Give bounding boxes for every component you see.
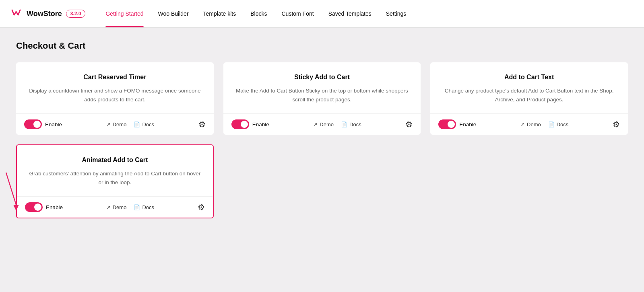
- nav-item-custom-font[interactable]: Custom Font: [275, 0, 321, 27]
- nav-item-getting-started[interactable]: Getting Started: [98, 0, 151, 27]
- card-add-to-cart-text: Add to Cart Text Change any product type…: [430, 62, 628, 135]
- nav-item-template-kits[interactable]: Template kits: [196, 0, 244, 27]
- docs-icon-3: 📄: [548, 121, 555, 127]
- demo-link-3[interactable]: ↗ Demo: [520, 121, 541, 127]
- card-title-2: Sticky Add to Cart: [294, 74, 350, 81]
- header: WowStore 3.2.0 Getting Started Woo Build…: [0, 0, 644, 28]
- enable-toggle-2[interactable]: [231, 119, 249, 129]
- card-desc-3: Change any product type's default Add to…: [440, 86, 618, 104]
- settings-gear-1[interactable]: ⚙: [198, 119, 206, 129]
- docs-link-3[interactable]: 📄 Docs: [548, 121, 569, 127]
- enable-toggle-3[interactable]: [438, 119, 456, 129]
- card-animated-add-to-cart: Animated Add to Cart Grab customers' att…: [16, 144, 214, 218]
- logo-area: WowStore 3.2.0: [10, 6, 85, 22]
- docs-icon-1: 📄: [134, 121, 140, 127]
- external-link-icon-2: ↗: [313, 121, 318, 127]
- card-footer-3: Enable ↗ Demo 📄 Docs ⚙: [430, 113, 628, 135]
- docs-link-4[interactable]: 📄 Docs: [134, 204, 154, 210]
- main-content: Checkout & Cart Cart Reserved Timer Disp…: [0, 28, 644, 231]
- arrow-annotation: [0, 169, 22, 213]
- enable-toggle-4[interactable]: [25, 202, 43, 212]
- demo-link-2[interactable]: ↗ Demo: [313, 121, 334, 127]
- settings-gear-4[interactable]: ⚙: [198, 202, 205, 212]
- toggle-wrap-1: Enable: [24, 119, 62, 129]
- demo-link-4[interactable]: ↗ Demo: [106, 204, 127, 210]
- card-desc-2: Make the Add to Cart Button Sticky on th…: [233, 86, 411, 104]
- external-link-icon-3: ↗: [520, 121, 525, 127]
- nav-item-settings[interactable]: Settings: [379, 0, 414, 27]
- docs-icon-2: 📄: [341, 121, 347, 127]
- demo-link-1[interactable]: ↗ Demo: [106, 121, 127, 127]
- enable-label-4: Enable: [46, 204, 63, 210]
- card-title-3: Add to Cart Text: [504, 74, 554, 81]
- enable-label-2: Enable: [252, 121, 269, 127]
- cards-row-1: Cart Reserved Timer Display a countdown …: [16, 62, 628, 135]
- external-link-icon-4: ↗: [106, 204, 111, 210]
- page-title: Checkout & Cart: [16, 41, 628, 51]
- card-body-1: Cart Reserved Timer Display a countdown …: [16, 62, 214, 113]
- version-badge: 3.2.0: [66, 10, 86, 18]
- card-cart-reserved-timer: Cart Reserved Timer Display a countdown …: [16, 62, 214, 135]
- main-nav: Getting Started Woo Builder Template kit…: [98, 0, 413, 27]
- docs-link-2[interactable]: 📄 Docs: [341, 121, 361, 127]
- card-body-4: Animated Add to Cart Grab customers' att…: [17, 145, 213, 196]
- logo-text: WowStore: [27, 10, 62, 18]
- enable-label-1: Enable: [45, 121, 62, 127]
- card-desc-1: Display a countdown timer and show a FOM…: [26, 86, 204, 104]
- nav-item-blocks[interactable]: Blocks: [243, 0, 274, 27]
- card-body-3: Add to Cart Text Change any product type…: [430, 62, 628, 113]
- docs-icon-4: 📄: [134, 204, 140, 210]
- card-footer-2: Enable ↗ Demo 📄 Docs ⚙: [223, 113, 421, 135]
- nav-item-woo-builder[interactable]: Woo Builder: [151, 0, 196, 27]
- external-link-icon-1: ↗: [106, 121, 111, 127]
- svg-line-1: [6, 173, 16, 205]
- svg-marker-2: [13, 205, 19, 211]
- card-sticky-add-to-cart: Sticky Add to Cart Make the Add to Cart …: [223, 62, 421, 135]
- card-footer-1: Enable ↗ Demo 📄 Docs ⚙: [16, 113, 214, 135]
- nav-item-saved-templates[interactable]: Saved Templates: [321, 0, 379, 27]
- card-title-1: Cart Reserved Timer: [83, 74, 146, 81]
- settings-gear-2[interactable]: ⚙: [405, 119, 413, 129]
- toggle-wrap-4: Enable: [25, 202, 63, 212]
- logo-icon: [10, 6, 23, 22]
- card-footer-4: Enable ↗ Demo 📄 Docs ⚙: [17, 196, 213, 218]
- enable-label-3: Enable: [459, 121, 476, 127]
- enable-toggle-1[interactable]: [24, 119, 42, 129]
- toggle-wrap-3: Enable: [438, 119, 476, 129]
- cards-row-2: Animated Add to Cart Grab customers' att…: [16, 144, 628, 218]
- settings-gear-3[interactable]: ⚙: [613, 119, 620, 129]
- docs-link-1[interactable]: 📄 Docs: [134, 121, 154, 127]
- toggle-wrap-2: Enable: [231, 119, 269, 129]
- card-title-4: Animated Add to Cart: [82, 156, 148, 164]
- card-animated-wrap: Animated Add to Cart Grab customers' att…: [16, 144, 214, 218]
- card-body-2: Sticky Add to Cart Make the Add to Cart …: [223, 62, 421, 113]
- card-desc-4: Grab customers' attention by animating t…: [27, 169, 203, 187]
